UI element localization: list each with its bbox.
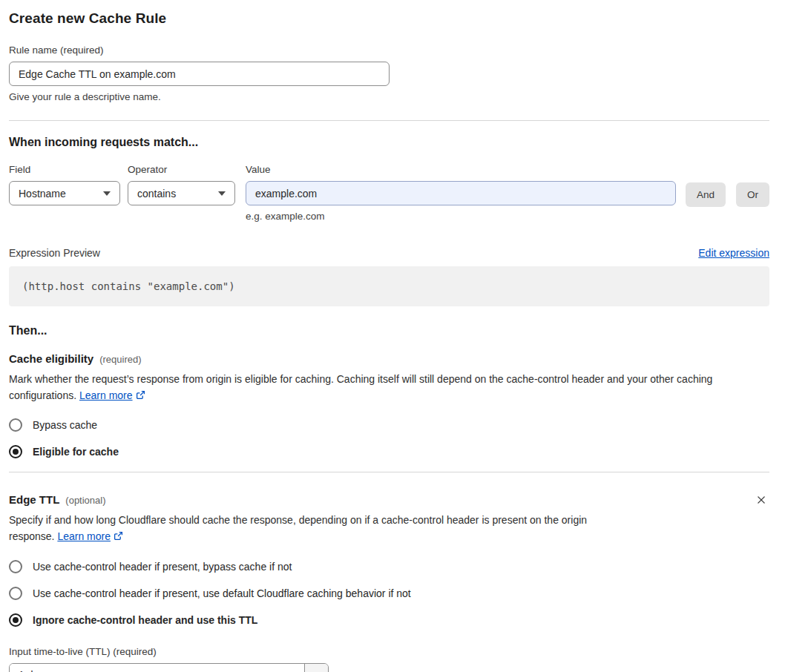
radio-option-label: Use cache-control header if present, byp… — [33, 561, 292, 573]
radio-option-bypass-cache[interactable]: Bypass cache — [9, 418, 97, 432]
then-heading: Then... — [9, 324, 769, 337]
rule-name-label: Rule name (required) — [9, 45, 769, 56]
expression-code: (http.host contains "example.com") — [22, 280, 235, 292]
cache-eligibility-section: Cache eligibility (required) Mark whethe… — [9, 352, 769, 458]
radio-option-label: Ignore cache-control header and use this… — [33, 614, 257, 626]
chevron-down-icon — [218, 191, 226, 196]
expression-preview-box: (http.host contains "example.com") — [9, 266, 769, 306]
radio-icon — [9, 613, 22, 627]
radio-option-ignore-header-ttl[interactable]: Ignore cache-control header and use this… — [9, 613, 257, 627]
learn-more-link[interactable]: Learn more — [79, 389, 133, 401]
edge-ttl-section: Edge TTL (optional) Specify if and how l… — [9, 493, 769, 672]
operator-label: Operator — [128, 164, 235, 175]
cache-eligibility-title-row: Cache eligibility (required) — [9, 352, 769, 365]
section-divider — [9, 120, 769, 121]
radio-option-label: Bypass cache — [33, 419, 97, 431]
external-link-icon — [114, 531, 123, 541]
external-link-icon — [136, 390, 145, 400]
field-label: Field — [9, 164, 120, 175]
match-heading: When incoming requests match... — [9, 136, 769, 149]
match-condition-row: Field Hostname Operator contains Value e… — [9, 164, 769, 222]
edge-ttl-description: Specify if and how long Cloudflare shoul… — [9, 513, 631, 544]
ttl-label: Input time-to-live (TTL) (required) — [9, 646, 769, 657]
operator-select[interactable]: contains — [128, 181, 235, 205]
field-column: Field Hostname — [9, 164, 120, 205]
edge-ttl-title: Edge TTL — [9, 493, 59, 506]
radio-option-label: Use cache-control header if present, use… — [33, 587, 411, 599]
section-divider — [9, 472, 769, 472]
expression-preview-row: Expression Preview Edit expression — [9, 247, 769, 259]
radio-option-label: Eligible for cache — [33, 446, 119, 458]
ttl-combobox — [9, 663, 329, 672]
cache-eligibility-title: Cache eligibility — [9, 352, 93, 365]
optional-tag: (optional) — [65, 495, 105, 506]
radio-option-use-header-bypass[interactable]: Use cache-control header if present, byp… — [9, 560, 292, 573]
edge-ttl-title-row: Edge TTL (optional) — [9, 493, 769, 506]
field-select[interactable]: Hostname — [9, 181, 120, 205]
radio-icon — [9, 445, 22, 458]
operator-select-value: contains — [137, 188, 176, 200]
required-tag: (required) — [99, 354, 141, 365]
value-input[interactable] — [246, 181, 676, 205]
radio-option-eligible-for-cache[interactable]: Eligible for cache — [9, 445, 119, 458]
ttl-dropdown-button[interactable] — [304, 664, 328, 672]
chevron-down-icon — [103, 191, 111, 196]
rule-name-helper: Give your rule a descriptive name. — [9, 91, 769, 102]
operator-column: Operator contains — [128, 164, 235, 205]
page-title: Create new Cache Rule — [9, 10, 769, 27]
ttl-input-block: Input time-to-live (TTL) (required) — [9, 646, 769, 672]
value-label: Value — [246, 164, 676, 175]
value-column: Value e.g. example.com — [246, 164, 676, 222]
radio-option-use-header-default[interactable]: Use cache-control header if present, use… — [9, 587, 411, 600]
radio-icon — [9, 560, 22, 573]
close-icon — [755, 494, 767, 506]
ttl-value-input[interactable] — [10, 664, 304, 672]
learn-more-link[interactable]: Learn more — [57, 530, 111, 542]
cache-eligibility-description: Mark whether the request’s response from… — [9, 372, 769, 403]
close-edge-ttl-button[interactable] — [753, 492, 769, 508]
rule-name-input[interactable] — [9, 62, 390, 86]
field-select-value: Hostname — [19, 188, 66, 200]
create-cache-rule-page: Create new Cache Rule Rule name (require… — [0, 0, 785, 672]
radio-icon — [9, 587, 22, 600]
rule-name-block: Rule name (required) Give your rule a de… — [9, 45, 769, 102]
expression-preview-label: Expression Preview — [9, 247, 100, 259]
edit-expression-link[interactable]: Edit expression — [698, 247, 769, 259]
or-button[interactable]: Or — [736, 182, 769, 207]
radio-icon — [9, 418, 22, 432]
and-button[interactable]: And — [686, 182, 726, 207]
value-helper: e.g. example.com — [246, 211, 676, 222]
